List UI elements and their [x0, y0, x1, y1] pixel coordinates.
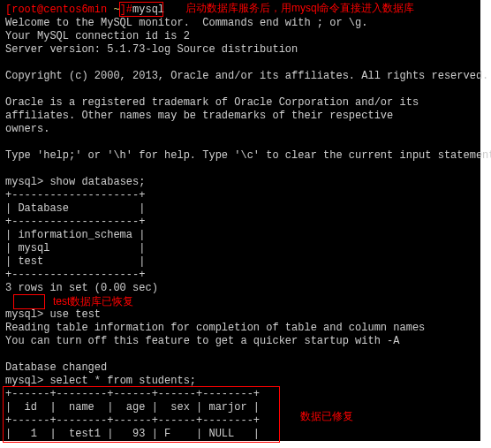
table-row: | mysql | [5, 242, 145, 254]
output-line: Database changed [5, 361, 107, 374]
intro-line: Welcome to the MySQL monitor. Commands e… [5, 17, 367, 29]
sql-cmd[interactable]: show databases; [49, 176, 145, 188]
table-sep: +--------------------+ [5, 216, 145, 228]
terminal[interactable]: [root@centos6min ~]#mysql Welcome to the… [0, 0, 480, 441]
intro-line: owners. [5, 123, 49, 135]
table-header: | Database | [5, 202, 145, 215]
highlight-box-students-table [3, 386, 280, 443]
annotation-data-restored: 数据已修复 [300, 410, 353, 423]
intro-line: affiliates. Other names may be trademark… [5, 110, 393, 122]
sql-cmd[interactable]: select * from students; [49, 375, 196, 387]
intro-line: Your MySQL connection id is 2 [5, 30, 190, 42]
result-footer: 3 rows in set (0.00 sec) [5, 282, 158, 294]
mysql-prompt: mysql> [5, 308, 49, 321]
mysql-prompt: mysql> [5, 375, 49, 387]
output-line: Reading table information for completion… [5, 322, 425, 334]
mysql-prompt: mysql> [5, 176, 49, 188]
prompt-user-host: [root@centos6min [5, 4, 113, 16]
highlight-box-test-db [13, 294, 45, 309]
highlight-box-mysql-cmd [119, 2, 163, 17]
intro-line: Copyright (c) 2000, 2013, Oracle and/or … [5, 70, 488, 82]
output-line: You can turn off this feature to get a q… [5, 335, 399, 347]
intro-line: Oracle is a registered trademark of Orac… [5, 96, 419, 109]
annotation-start-db: 启动数据库服务后，用mysql命令直接进入数据库 [185, 2, 414, 15]
intro-line: Server version: 5.1.73-log Source distri… [5, 43, 298, 56]
annotation-test-restored: test数据库已恢复 [53, 295, 133, 308]
table-row: | test | [5, 255, 145, 268]
table-row: | information_schema | [5, 229, 145, 241]
table-sep: +--------------------+ [5, 189, 145, 201]
table-sep: +--------------------+ [5, 269, 145, 281]
sql-cmd[interactable]: use test [49, 308, 101, 321]
intro-line: Type 'help;' or '\h' for help. Type '\c'… [5, 149, 491, 162]
